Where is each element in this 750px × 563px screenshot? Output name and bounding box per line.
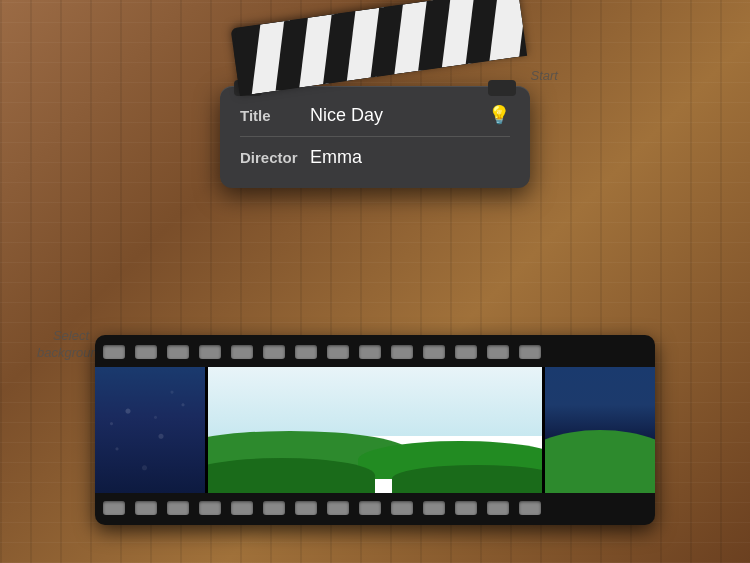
film-frame-left[interactable] xyxy=(95,367,205,493)
sprocket-hole xyxy=(455,345,477,359)
sprocket-hole xyxy=(263,501,285,515)
director-value: Emma xyxy=(310,147,510,168)
sprocket-hole xyxy=(231,345,253,359)
film-divider-left xyxy=(205,367,208,493)
film-frame-center[interactable] xyxy=(205,367,545,493)
landscape-hills xyxy=(205,424,545,493)
filmstrip-wrapper[interactable] xyxy=(95,335,655,525)
sprocket-hole xyxy=(295,501,317,515)
bulb-icon: 💡 xyxy=(488,104,510,126)
sprocket-hole xyxy=(135,345,157,359)
sprocket-hole xyxy=(519,345,541,359)
stripe-12 xyxy=(489,0,527,61)
hinge-right xyxy=(488,80,516,96)
title-field[interactable]: Title Nice Day 💡 xyxy=(240,104,510,137)
sprocket-hole xyxy=(487,501,509,515)
sprocket-hole xyxy=(391,501,413,515)
film-right-hill xyxy=(545,430,655,493)
sprocket-hole xyxy=(327,345,349,359)
sprocket-hole xyxy=(135,501,157,515)
sprockets-top xyxy=(95,341,655,363)
sprocket-hole xyxy=(455,501,477,515)
hill-front-left xyxy=(205,458,375,493)
clapper-body: Title Nice Day 💡 Director Emma xyxy=(220,86,530,188)
filmstrip xyxy=(95,335,655,525)
director-label: Director xyxy=(240,149,310,166)
sprocket-hole xyxy=(263,345,285,359)
director-field[interactable]: Director Emma xyxy=(240,147,510,168)
hill-front-right xyxy=(392,465,545,493)
sprocket-hole xyxy=(199,345,221,359)
clapper-stripes xyxy=(231,0,528,96)
film-divider-right xyxy=(542,367,545,493)
clapper-arm[interactable] xyxy=(231,0,528,96)
clapperboard: Title Nice Day 💡 Director Emma xyxy=(220,18,530,188)
title-label: Title xyxy=(240,107,310,124)
sprocket-hole xyxy=(199,501,221,515)
sprocket-hole xyxy=(487,345,509,359)
sprocket-hole xyxy=(167,345,189,359)
sprocket-hole xyxy=(423,501,445,515)
sprocket-hole xyxy=(167,501,189,515)
sprockets-bottom xyxy=(95,497,655,519)
sprocket-hole xyxy=(327,501,349,515)
sprocket-hole xyxy=(391,345,413,359)
sprocket-hole xyxy=(423,345,445,359)
sprocket-hole xyxy=(295,345,317,359)
title-value: Nice Day xyxy=(310,105,488,126)
sprocket-hole xyxy=(519,501,541,515)
sprocket-hole xyxy=(103,501,125,515)
sprocket-hole xyxy=(103,345,125,359)
clapper-arm-body xyxy=(231,0,528,96)
sprocket-hole xyxy=(359,501,381,515)
film-frame-right[interactable] xyxy=(545,367,655,493)
start-label[interactable]: Start xyxy=(531,68,558,83)
sprocket-hole xyxy=(231,501,253,515)
sprocket-hole xyxy=(359,345,381,359)
film-content xyxy=(95,367,655,493)
